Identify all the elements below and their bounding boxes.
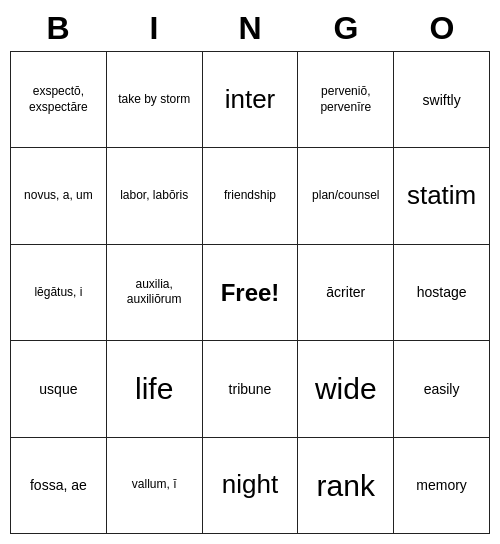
cell-r2-c4: hostage: [394, 244, 490, 340]
cell-r1-c0: novus, a, um: [11, 148, 107, 244]
title-letter-g: G: [298, 10, 394, 47]
cell-r0-c0: exspectō, exspectāre: [11, 52, 107, 148]
title-letter-b: B: [10, 10, 106, 47]
cell-r1-c2: friendship: [202, 148, 298, 244]
cell-r2-c1: auxilia, auxiliōrum: [106, 244, 202, 340]
cell-r4-c2: night: [202, 437, 298, 533]
cell-r0-c4: swiftly: [394, 52, 490, 148]
cell-r4-c3: rank: [298, 437, 394, 533]
cell-r3-c3: wide: [298, 341, 394, 437]
cell-r2-c3: ācriter: [298, 244, 394, 340]
cell-r4-c1: vallum, ī: [106, 437, 202, 533]
title-letter-n: N: [202, 10, 298, 47]
cell-r3-c4: easily: [394, 341, 490, 437]
cell-r3-c2: tribune: [202, 341, 298, 437]
cell-r0-c1: take by storm: [106, 52, 202, 148]
title-letter-o: O: [394, 10, 490, 47]
cell-r0-c2: inter: [202, 52, 298, 148]
cell-r3-c1: life: [106, 341, 202, 437]
cell-r1-c4: statim: [394, 148, 490, 244]
cell-r3-c0: usque: [11, 341, 107, 437]
cell-r2-c2: Free!: [202, 244, 298, 340]
cell-r1-c1: labor, labōris: [106, 148, 202, 244]
title-letter-i: I: [106, 10, 202, 47]
cell-r0-c3: perveniō, pervenīre: [298, 52, 394, 148]
cell-r1-c3: plan/counsel: [298, 148, 394, 244]
bingo-title: B I N G O: [10, 10, 490, 47]
cell-r4-c4: memory: [394, 437, 490, 533]
cell-r2-c0: lēgātus, i: [11, 244, 107, 340]
bingo-grid: exspectō, exspectāretake by storminterpe…: [10, 51, 490, 534]
cell-r4-c0: fossa, ae: [11, 437, 107, 533]
